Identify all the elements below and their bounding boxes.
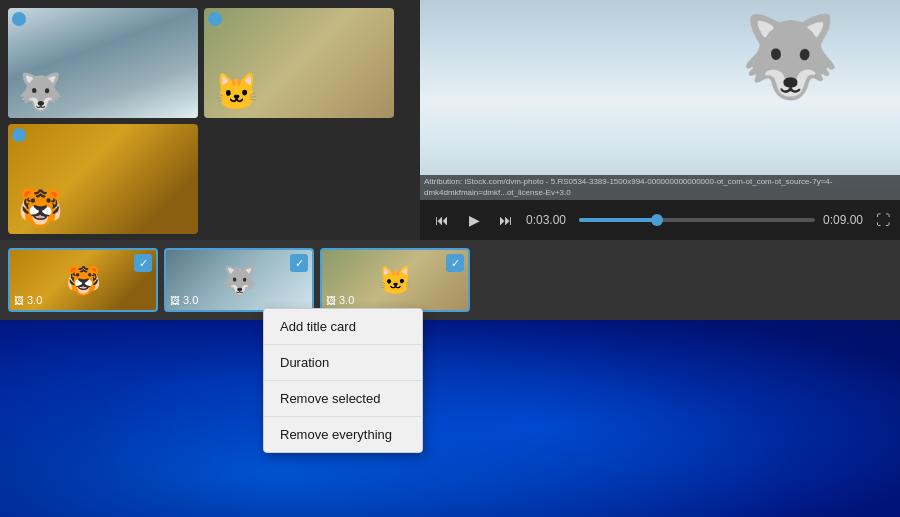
thumb-selected-mark bbox=[208, 12, 222, 26]
video-caption-text: Attribution: iStock.com/dvm-photo - 5.RS… bbox=[420, 175, 900, 200]
context-menu-add-title-card[interactable]: Add title card bbox=[264, 309, 422, 344]
thumb-selected-mark bbox=[12, 128, 26, 142]
context-menu: Add title card Duration Remove selected … bbox=[263, 308, 423, 453]
thumb-tigers[interactable] bbox=[8, 124, 198, 234]
progress-fill bbox=[579, 218, 657, 222]
play-button[interactable]: ▶ bbox=[462, 208, 486, 232]
step-forward-button[interactable]: ⏭ bbox=[494, 208, 518, 232]
image-icon-tigers: 🖼 bbox=[14, 295, 24, 306]
rewind-button[interactable]: ⏮ bbox=[430, 208, 454, 232]
film-check-wolf: ✓ bbox=[290, 254, 308, 272]
video-controls-bar: ⏮ ▶ ⏭ 0:03.00 0:09.00 ⛶ bbox=[420, 200, 900, 240]
thumb-wolf[interactable] bbox=[8, 8, 198, 118]
video-wolf-icon: 🐺 bbox=[740, 10, 840, 104]
thumb-snow-cats[interactable] bbox=[204, 8, 394, 118]
filmstrip-timeline: ✓ 🖼 3.0 ✓ 🖼 3.0 ✓ 🖼 3.0 bbox=[0, 240, 900, 320]
progress-thumb bbox=[651, 214, 663, 226]
context-menu-duration[interactable]: Duration bbox=[264, 344, 422, 380]
video-preview-panel: 🐺 Attribution: iStock.com/dvm-photo - 5.… bbox=[420, 0, 900, 240]
time-current: 0:03.00 bbox=[526, 213, 571, 227]
time-total: 0:09.00 bbox=[823, 213, 868, 227]
video-preview-area: 🐺 Attribution: iStock.com/dvm-photo - 5.… bbox=[420, 0, 900, 200]
film-item-tigers[interactable]: ✓ 🖼 3.0 bbox=[8, 248, 158, 312]
thumb-selected-mark bbox=[12, 12, 26, 26]
film-item-wolf[interactable]: ✓ 🖼 3.0 bbox=[164, 248, 314, 312]
context-menu-remove-everything[interactable]: Remove everything bbox=[264, 416, 422, 452]
wallpaper-background bbox=[0, 297, 900, 517]
film-check-tigers: ✓ bbox=[134, 254, 152, 272]
context-menu-remove-selected[interactable]: Remove selected bbox=[264, 380, 422, 416]
progress-track[interactable] bbox=[579, 218, 815, 222]
thumbnail-grid bbox=[0, 0, 410, 240]
image-icon-cats: 🖼 bbox=[326, 295, 336, 306]
film-duration-tigers: 🖼 3.0 bbox=[14, 294, 42, 306]
film-check-cats: ✓ bbox=[446, 254, 464, 272]
image-icon-wolf: 🖼 bbox=[170, 295, 180, 306]
film-item-cats[interactable]: ✓ 🖼 3.0 bbox=[320, 248, 470, 312]
fullscreen-button[interactable]: ⛶ bbox=[876, 212, 890, 228]
app-container: 🐺 Attribution: iStock.com/dvm-photo - 5.… bbox=[0, 0, 900, 320]
film-duration-cats: 🖼 3.0 bbox=[326, 294, 354, 306]
film-duration-wolf: 🖼 3.0 bbox=[170, 294, 198, 306]
